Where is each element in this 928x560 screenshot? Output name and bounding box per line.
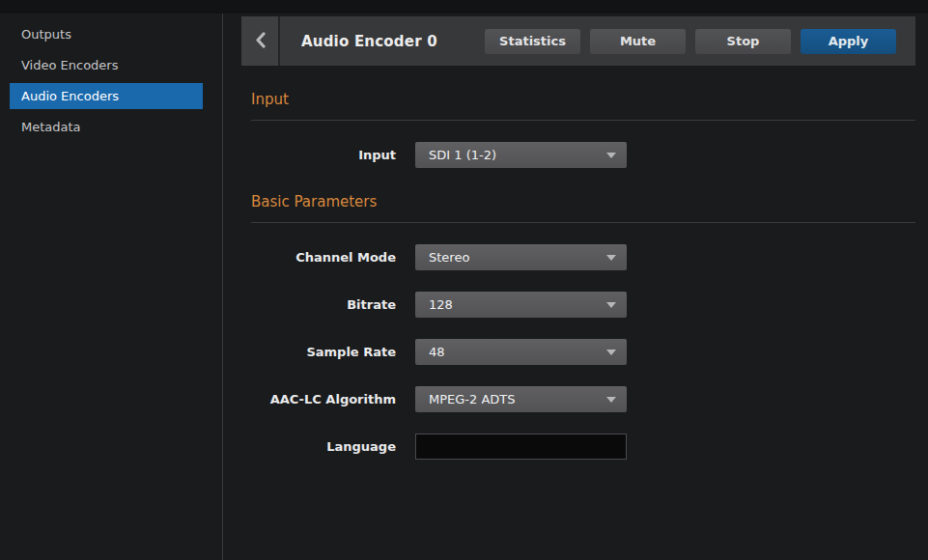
channel-mode-select[interactable]: Stereo (415, 244, 627, 270)
main-panel: Audio Encoder 0 StatisticsMuteStopApply … (223, 0, 928, 560)
field-label: AAC-LC Algorithm (251, 392, 396, 406)
aac-lc-algorithm-select[interactable]: MPEG-2 ADTS (415, 386, 627, 412)
select-value: MPEG-2 ADTS (415, 392, 516, 406)
apply-button[interactable]: Apply (801, 29, 896, 54)
stop-button[interactable]: Stop (695, 29, 791, 54)
sidebar-item-audio-encoders[interactable]: Audio Encoders (10, 83, 203, 109)
select-value: SDI 1 (1-2) (415, 148, 496, 162)
sidebar-item-outputs[interactable]: Outputs (10, 21, 203, 47)
field-label: Sample Rate (251, 345, 396, 359)
section-title: Input (251, 91, 915, 121)
form-row-channel-mode: Channel ModeStereo (251, 244, 915, 270)
chevron-down-icon (606, 350, 616, 355)
app-root: OutputsVideo EncodersAudio EncodersMetad… (0, 0, 928, 560)
sidebar-item-metadata[interactable]: Metadata (10, 114, 203, 140)
mute-button[interactable]: Mute (590, 29, 686, 54)
form-row-aac-lc-algorithm: AAC-LC AlgorithmMPEG-2 ADTS (251, 386, 915, 412)
header-actions: StatisticsMuteStopApply (485, 29, 915, 54)
section-input: InputInputSDI 1 (1-2) (251, 91, 915, 168)
field-label: Language (251, 439, 396, 454)
section-title: Basic Parameters (251, 193, 915, 223)
page-title: Audio Encoder 0 (301, 33, 437, 50)
field-label: Input (251, 148, 396, 162)
form-content: InputInputSDI 1 (1-2)Basic ParametersCha… (241, 91, 915, 460)
section-basic-parameters: Basic ParametersChannel ModeStereoBitrat… (251, 193, 915, 460)
chevron-left-icon (255, 32, 266, 51)
statistics-button[interactable]: Statistics (485, 29, 580, 54)
select-value: 128 (415, 297, 453, 312)
chevron-down-icon (606, 397, 616, 403)
language-input[interactable] (415, 434, 627, 460)
field-label: Bitrate (251, 297, 396, 312)
sidebar-item-video-encoders[interactable]: Video Encoders (10, 52, 203, 78)
form-row-language: Language (251, 434, 915, 460)
form-row-bitrate: Bitrate128 (251, 292, 915, 318)
sidebar: OutputsVideo EncodersAudio EncodersMetad… (0, 0, 223, 560)
chevron-down-icon (606, 153, 616, 158)
form-row-sample-rate: Sample Rate48 (251, 339, 915, 365)
titlebar: Audio Encoder 0 StatisticsMuteStopApply (241, 16, 915, 66)
form-row-input: InputSDI 1 (1-2) (251, 142, 915, 168)
sample-rate-select[interactable]: 48 (415, 339, 627, 365)
field-label: Channel Mode (251, 250, 396, 265)
sidebar-nav: OutputsVideo EncodersAudio EncodersMetad… (0, 21, 222, 140)
select-value: 48 (415, 345, 445, 359)
select-value: Stereo (415, 250, 469, 265)
input-select[interactable]: SDI 1 (1-2) (415, 142, 627, 168)
bitrate-select[interactable]: 128 (415, 292, 627, 318)
chevron-down-icon (606, 255, 616, 261)
back-button[interactable] (241, 16, 280, 66)
chevron-down-icon (606, 302, 616, 308)
